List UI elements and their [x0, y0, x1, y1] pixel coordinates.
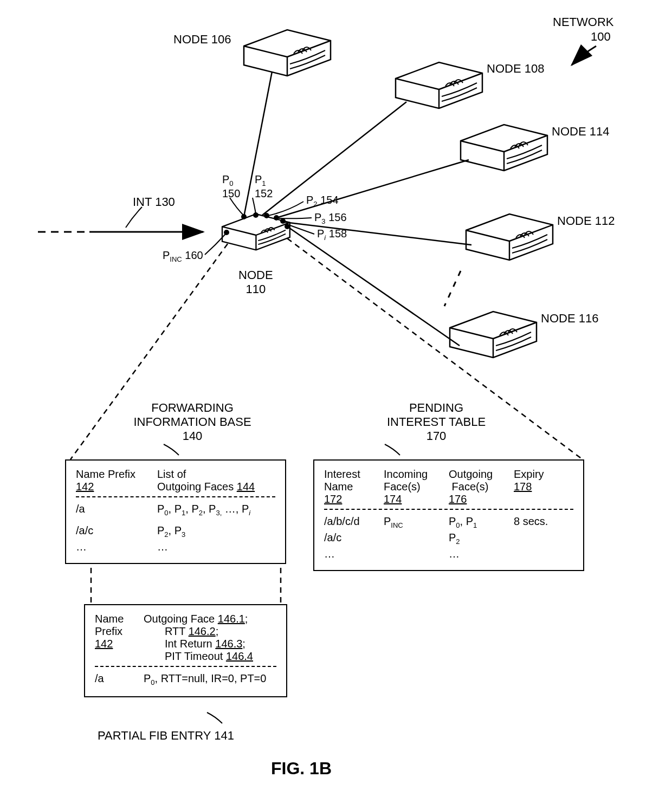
figure-title: FIG. 1B — [271, 759, 332, 779]
svg-marker-9 — [461, 125, 547, 171]
fib-title: FORWARDING INFORMATION BASE 140 — [103, 401, 282, 443]
svg-point-28 — [274, 215, 279, 221]
label-partial-fib-entry: PARTIAL FIB ENTRY 141 — [98, 729, 234, 743]
fib-row: … … — [76, 541, 275, 553]
svg-point-25 — [241, 214, 247, 219]
svg-line-12 — [504, 135, 547, 152]
svg-marker-21 — [222, 214, 290, 250]
svg-line-20 — [493, 322, 537, 339]
partial-row: /a P0, RTT=null, IR=0, PT=0 — [95, 672, 276, 686]
label-node-106: NODE 106 — [173, 33, 231, 47]
fib-row: /a P0, P1, P2, P3, …, Pi — [76, 503, 275, 517]
pit-row: … … — [324, 548, 573, 560]
pit-title: PENDING INTEREST TABLE 170 — [347, 401, 526, 443]
svg-line-16 — [509, 225, 553, 241]
svg-line-2 — [244, 46, 287, 57]
svg-marker-5 — [396, 62, 482, 108]
label-int-130: INT 130 — [133, 195, 175, 209]
label-p0: P0 150 — [222, 173, 240, 200]
label-p1: P1 152 — [255, 173, 273, 200]
svg-line-4 — [287, 41, 331, 57]
pit-row: /a/c P2 — [324, 532, 573, 546]
svg-line-10 — [461, 141, 504, 152]
partial-fib-table: NamePrefix142 Outgoing Face 146.1; RTT 1… — [84, 604, 287, 697]
label-p3: P3 156 — [314, 211, 347, 225]
svg-line-14 — [466, 230, 509, 241]
label-network: NETWORK — [553, 15, 613, 29]
fib-row: /a/c P2, P3 — [76, 524, 275, 539]
svg-point-30 — [285, 224, 290, 229]
label-pinc: PINC 160 — [163, 249, 203, 263]
svg-point-27 — [264, 213, 269, 218]
svg-line-37 — [444, 271, 461, 306]
label-node-114: NODE 114 — [552, 125, 609, 139]
svg-line-24 — [256, 223, 289, 235]
svg-point-29 — [280, 218, 286, 224]
svg-point-26 — [253, 212, 259, 218]
svg-line-6 — [396, 79, 439, 89]
svg-line-35 — [285, 222, 471, 245]
label-pi: Pi 158 — [317, 228, 347, 242]
svg-marker-1 — [244, 30, 331, 76]
label-p2: P2 154 — [306, 194, 339, 208]
svg-point-31 — [224, 230, 229, 235]
label-node-110: NODE110 — [238, 268, 273, 296]
svg-line-34 — [276, 160, 469, 218]
svg-line-22 — [222, 226, 256, 235]
label-node-116: NODE 116 — [541, 312, 598, 326]
svg-marker-17 — [450, 312, 537, 358]
pit-table: InterestName172 IncomingFace(s)174 Outgo… — [313, 459, 584, 571]
fib-table: Name Prefix 142 List of Outgoing Faces 1… — [65, 459, 286, 564]
svg-line-18 — [450, 328, 493, 339]
label-node-112: NODE 112 — [557, 214, 615, 228]
label-node-108: NODE 108 — [487, 62, 544, 76]
svg-marker-13 — [466, 214, 553, 260]
label-network-ref: 100 — [591, 30, 611, 44]
svg-line-36 — [287, 226, 460, 346]
pit-row: /a/b/c/d PINC P0, P1 8 secs. — [324, 515, 573, 529]
svg-line-8 — [439, 73, 482, 89]
